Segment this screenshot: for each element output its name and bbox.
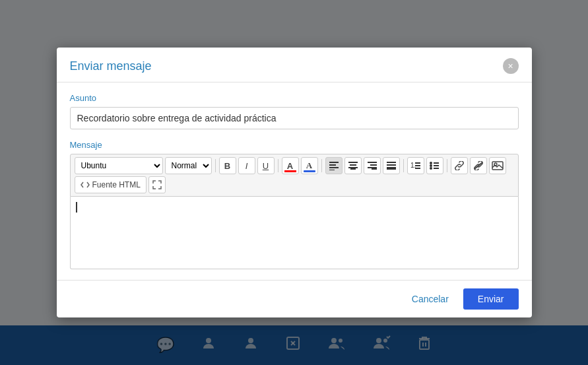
align-left-button[interactable] <box>325 157 343 174</box>
message-label: Mensaje <box>70 140 519 150</box>
svg-rect-29 <box>415 162 420 164</box>
toolbar-row-2: Fuente HTML <box>75 176 514 193</box>
insert-image-button[interactable] <box>489 157 506 174</box>
dialog-header: Enviar mensaje × <box>57 48 532 83</box>
svg-rect-31 <box>415 168 420 169</box>
dialog-footer: Cancelar Enviar <box>57 280 532 317</box>
toolbar-divider-5 <box>447 159 447 172</box>
justify-button[interactable] <box>383 157 400 174</box>
source-html-button[interactable]: Fuente HTML <box>75 176 147 193</box>
bg-color-indicator <box>304 170 315 172</box>
italic-button[interactable]: I <box>238 157 255 174</box>
toolbar-divider-2 <box>278 159 278 172</box>
svg-rect-36 <box>434 165 439 166</box>
svg-rect-30 <box>415 165 420 166</box>
message-editor[interactable] <box>70 197 519 269</box>
align-right-button[interactable] <box>364 157 381 174</box>
bg-color-label: A <box>306 160 312 171</box>
subject-label: Asunto <box>70 93 519 103</box>
send-message-dialog: Enviar mensaje × Asunto Mensaje Ubuntu A… <box>57 48 532 317</box>
cancel-button[interactable]: Cancelar <box>405 290 455 308</box>
svg-rect-17 <box>350 164 356 166</box>
insert-link-button[interactable] <box>451 157 468 174</box>
font-size-select[interactable]: Normal Small Large Huge <box>165 157 212 174</box>
underline-button[interactable]: U <box>257 157 275 174</box>
font-color-button[interactable]: A <box>282 157 299 174</box>
svg-rect-15 <box>329 170 335 170</box>
svg-rect-19 <box>350 168 356 170</box>
font-color-indicator <box>284 170 296 172</box>
svg-rect-35 <box>434 162 439 164</box>
dialog-body: Asunto Mensaje Ubuntu Arial Times New Ro… <box>57 83 532 280</box>
svg-rect-22 <box>368 167 377 168</box>
svg-rect-14 <box>329 167 339 168</box>
svg-rect-12 <box>329 162 339 163</box>
svg-rect-20 <box>368 162 377 163</box>
dialog-title: Enviar mensaje <box>70 59 152 73</box>
bg-color-button[interactable]: A <box>301 157 318 174</box>
svg-rect-16 <box>348 162 358 163</box>
remove-link-button[interactable] <box>470 157 487 174</box>
svg-rect-24 <box>387 162 396 163</box>
font-family-select[interactable]: Ubuntu Arial Times New Roman <box>75 157 163 174</box>
svg-rect-18 <box>348 167 358 168</box>
bold-button[interactable]: B <box>219 157 236 174</box>
fullscreen-button[interactable] <box>148 176 166 193</box>
font-color-label: A <box>287 161 293 171</box>
editor-toolbar: Ubuntu Arial Times New Roman Normal Smal… <box>70 154 519 197</box>
unordered-list-button[interactable] <box>426 157 443 174</box>
ordered-list-button[interactable]: 1. <box>407 157 424 174</box>
toolbar-row-1: Ubuntu Arial Times New Roman Normal Smal… <box>75 157 514 174</box>
close-button[interactable]: × <box>503 58 519 74</box>
svg-rect-37 <box>434 168 439 169</box>
svg-point-34 <box>430 167 432 170</box>
svg-rect-21 <box>370 164 377 166</box>
svg-point-32 <box>430 162 432 164</box>
send-button[interactable]: Enviar <box>463 288 519 310</box>
modal-overlay: Enviar mensaje × Asunto Mensaje Ubuntu A… <box>0 0 588 365</box>
subject-input[interactable] <box>70 107 519 129</box>
svg-rect-26 <box>387 167 396 168</box>
align-center-button[interactable] <box>344 157 362 174</box>
toolbar-divider-1 <box>215 159 216 172</box>
svg-rect-25 <box>387 164 396 166</box>
source-html-label: Fuente HTML <box>92 180 141 189</box>
toolbar-divider-3 <box>321 159 322 172</box>
svg-rect-13 <box>329 164 336 166</box>
svg-rect-27 <box>387 168 396 170</box>
cursor <box>76 202 77 213</box>
toolbar-divider-4 <box>403 159 404 172</box>
svg-point-33 <box>430 164 432 167</box>
svg-rect-23 <box>372 168 377 170</box>
